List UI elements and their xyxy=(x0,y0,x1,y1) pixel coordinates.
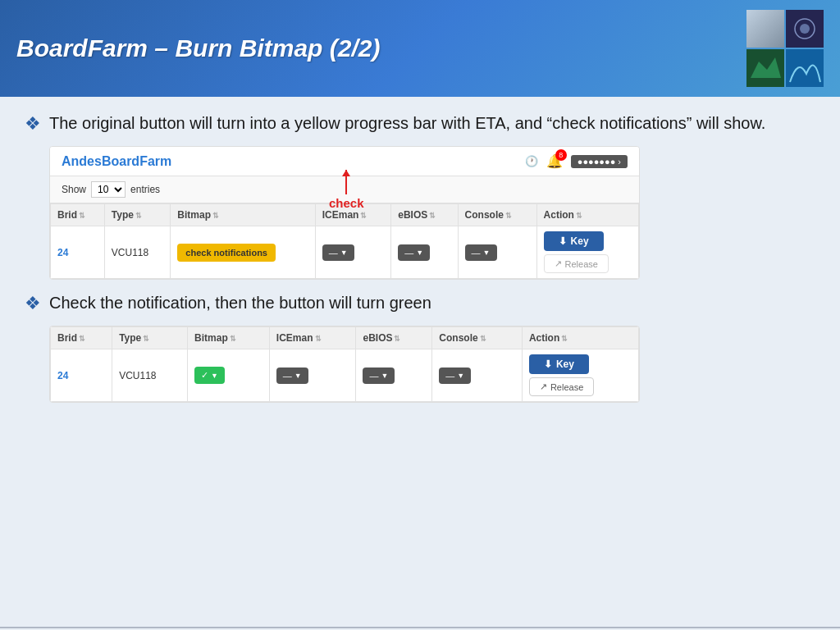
cell2-console: — ▼ xyxy=(432,349,523,402)
table-row-2: 24 VCU118 ✓ ▼ — ▼ — ▼ — xyxy=(51,349,639,402)
th2-action: Action⇅ xyxy=(522,327,638,349)
ebios-dash-button[interactable]: — ▼ xyxy=(398,244,430,261)
bitmap-green-button[interactable]: ✓ ▼ xyxy=(194,367,225,384)
show-label: Show xyxy=(62,184,86,195)
key-button-1[interactable]: ⬇ Key xyxy=(544,231,604,251)
th2-type: Type⇅ xyxy=(112,327,188,349)
th2-ebios: eBIOS⇅ xyxy=(356,327,432,349)
slide-content: ❖ The original button will turn into a y… xyxy=(0,97,840,627)
slide-title: BoardFarm – Burn Bitmap (2/2) xyxy=(16,34,380,62)
cell2-type: VCU118 xyxy=(112,349,188,402)
iceman-dash-button-2[interactable]: — ▼ xyxy=(276,368,308,384)
bullet-text-1: The original button will turn into a yel… xyxy=(49,112,765,135)
demo-area-1: check AndesBoardFarm 🕐 🔔 8 ●●●●●●● › Sho… xyxy=(49,146,640,280)
cell-type: VCU118 xyxy=(104,226,171,279)
th2-bitmap: Bitmap⇅ xyxy=(188,327,270,349)
cell-iceman: — ▼ xyxy=(315,226,391,279)
abf-icons: 🕐 🔔 8 ●●●●●●● › xyxy=(525,153,628,169)
th-bitmap: Bitmap⇅ xyxy=(171,204,315,226)
bell-icon: 🔔 8 xyxy=(546,153,563,169)
logo-img-2 xyxy=(786,10,824,48)
download-icon-2: ⬇ xyxy=(544,358,552,370)
slide-footer: ANDES TECHNOLOGY Confidential 9 Driving … xyxy=(0,627,840,630)
svg-rect-4 xyxy=(786,49,824,87)
th2-console: Console⇅ xyxy=(432,327,523,349)
demo-table-1: Brid⇅ Type⇅ Bitmap⇅ ICEman⇅ eBIOS⇅ Conso… xyxy=(50,203,639,279)
checkmark-icon: ✓ xyxy=(201,370,208,381)
cell2-bitmap: ✓ ▼ xyxy=(188,349,270,402)
cell-bitmap: check notifications xyxy=(171,226,315,279)
bullet-text-2: Check the notification, then the button … xyxy=(49,291,431,314)
demo-area-2: Brid⇅ Type⇅ Bitmap⇅ ICEman⇅ eBIOS⇅ Conso… xyxy=(49,326,640,403)
cell-action: ⬇ Key ↗ Release xyxy=(536,226,638,279)
table-row: 24 VCU118 check notifications — ▼ — ▼ — … xyxy=(51,226,639,279)
svg-point-2 xyxy=(800,24,810,34)
iceman-dash-button[interactable]: — ▼ xyxy=(322,244,354,261)
abf-site-name: AndesBoardFarm xyxy=(62,154,171,169)
share-icon-2: ↗ xyxy=(540,381,547,392)
cell2-brid: 24 xyxy=(51,349,112,402)
logo-img-1 xyxy=(746,10,784,48)
th-ebios: eBIOS⇅ xyxy=(391,204,458,226)
entries-label: entries xyxy=(130,184,160,195)
cell-ebios: — ▼ xyxy=(391,226,458,279)
ebios-dash-button-2[interactable]: — ▼ xyxy=(363,368,395,384)
bullet-item-2: ❖ Check the notification, then the butto… xyxy=(25,291,815,314)
th-type: Type⇅ xyxy=(104,204,171,226)
logo-img-4 xyxy=(786,49,824,87)
release-button-1[interactable]: ↗ Release xyxy=(544,254,609,273)
entries-select[interactable]: 10 25 50 xyxy=(91,181,126,198)
cell2-iceman: — ▼ xyxy=(269,349,356,402)
table-header-row-2: Brid⇅ Type⇅ Bitmap⇅ ICEman⇅ eBIOS⇅ Conso… xyxy=(51,327,639,349)
check-annotation: check xyxy=(329,170,364,210)
cell2-ebios: — ▼ xyxy=(356,349,432,402)
check-arrow xyxy=(345,170,347,194)
demo-table-2: Brid⇅ Type⇅ Bitmap⇅ ICEman⇅ eBIOS⇅ Conso… xyxy=(50,326,639,402)
slide-header: BoardFarm – Burn Bitmap (2/2) xyxy=(0,0,840,97)
th-action: Action⇅ xyxy=(536,204,638,226)
th-brid: Brid⇅ xyxy=(51,204,105,226)
bullet-diamond-2: ❖ xyxy=(25,293,41,314)
console-dash-button-2[interactable]: — ▼ xyxy=(439,368,471,384)
console-dash-button[interactable]: — ▼ xyxy=(465,244,497,261)
release-button-2[interactable]: ↗ Release xyxy=(529,377,594,396)
notif-badge: 8 xyxy=(555,149,567,161)
user-bar: ●●●●●●● › xyxy=(571,155,628,168)
logo-img-3 xyxy=(746,49,784,87)
th-console: Console⇅ xyxy=(458,204,536,226)
share-icon: ↗ xyxy=(555,258,562,269)
cell-console: — ▼ xyxy=(458,226,536,279)
th2-iceman: ICEman⇅ xyxy=(269,327,356,349)
bullet-diamond-1: ❖ xyxy=(25,113,41,135)
header-logo xyxy=(746,10,824,87)
check-notifications-button[interactable]: check notifications xyxy=(177,244,276,262)
cell-brid: 24 xyxy=(51,226,105,279)
bullet-item-1: ❖ The original button will turn into a y… xyxy=(25,112,815,135)
clock-icon: 🕐 xyxy=(525,155,538,167)
check-label: check xyxy=(329,196,364,210)
cell2-action: ⬇ Key ↗ Release xyxy=(522,349,638,402)
key-button-2[interactable]: ⬇ Key xyxy=(529,354,589,374)
th2-brid: Brid⇅ xyxy=(51,327,112,349)
download-icon: ⬇ xyxy=(559,235,567,247)
